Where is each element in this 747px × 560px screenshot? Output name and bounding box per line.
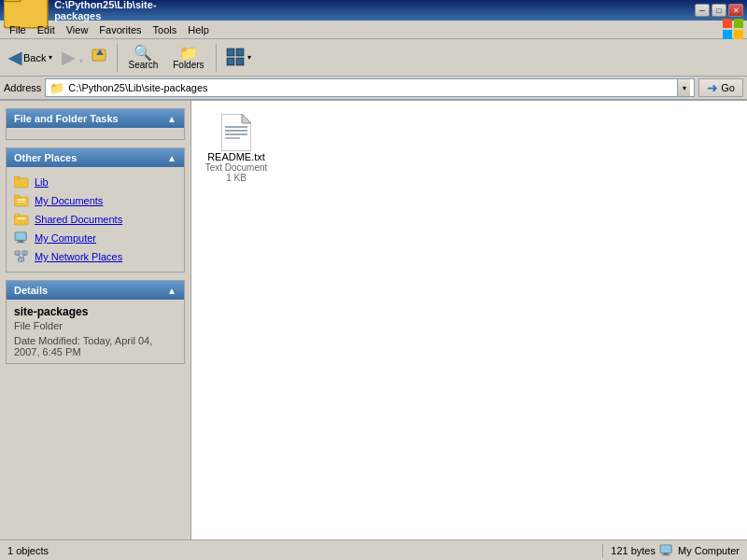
svg-marker-31 — [242, 114, 251, 123]
title-buttons: ─ □ ✕ — [695, 4, 743, 17]
back-arrow-icon: ◀ — [8, 48, 21, 68]
sidebar-item-my-network-places[interactable]: My Network Places — [10, 247, 180, 266]
menu-view[interactable]: View — [61, 22, 94, 37]
svg-rect-10 — [227, 58, 234, 65]
folders-icon: 📁 — [179, 46, 198, 61]
file-type-readme: Text Document — [205, 162, 268, 173]
other-places-content: Lib My Documents — [7, 167, 184, 272]
go-label: Go — [721, 82, 735, 93]
details-panel: Details ▲ site-packages File Folder Date… — [6, 280, 185, 364]
forward-button[interactable]: ▶ ▾ — [59, 44, 85, 72]
title-bar: C:\Python25\Lib\site-packages ─ □ ✕ — [0, 0, 747, 21]
menu-help[interactable]: Help — [182, 22, 215, 37]
sidebar-item-lib[interactable]: Lib — [10, 173, 180, 191]
details-collapse-icon[interactable]: ▲ — [167, 286, 176, 296]
file-item-readme[interactable]: README.txt Text Document 1 KB — [199, 108, 274, 189]
svg-rect-24 — [17, 242, 25, 243]
svg-rect-18 — [14, 216, 28, 225]
search-button[interactable]: 🔍 Search — [122, 43, 165, 73]
main-area: File and Folder Tasks ▲ Other Places ▲ L… — [0, 101, 747, 539]
svg-rect-25 — [15, 251, 20, 255]
status-bar: 1 objects 121 bytes My Computer — [0, 539, 747, 560]
my-network-places-label: My Network Places — [35, 251, 122, 262]
other-places-header[interactable]: Other Places ▲ — [7, 148, 184, 167]
sidebar-item-my-computer[interactable]: My Computer — [10, 229, 180, 247]
winxp-logo — [723, 19, 743, 39]
svg-rect-19 — [14, 214, 20, 217]
svg-rect-40 — [662, 545, 670, 551]
back-dropdown-icon[interactable]: ▾ — [49, 53, 52, 62]
my-computer-label: My Computer — [35, 232, 96, 244]
svg-rect-5 — [734, 30, 743, 39]
my-computer-icon — [14, 231, 29, 245]
view-button[interactable]: ▾ — [221, 44, 256, 72]
lib-folder-icon — [14, 175, 29, 189]
other-places-panel: Other Places ▲ Lib — [6, 147, 185, 273]
details-content: site-packages File Folder Date Modified:… — [7, 300, 184, 363]
svg-rect-3 — [734, 19, 743, 28]
file-area: README.txt Text Document 1 KB — [191, 101, 747, 539]
svg-rect-20 — [17, 217, 25, 219]
back-button[interactable]: ◀ Back ▾ — [4, 44, 57, 72]
svg-rect-13 — [14, 176, 20, 179]
menu-file[interactable]: File — [4, 22, 32, 37]
address-combo[interactable]: 📁 ▾ — [45, 78, 695, 97]
menu-bar: File Edit View Favorites Tools Help — [0, 21, 747, 39]
back-label: Back — [23, 52, 46, 63]
forward-dropdown-icon[interactable]: ▾ — [79, 57, 83, 65]
address-input[interactable] — [68, 82, 673, 93]
sidebar-item-shared-documents[interactable]: Shared Documents — [10, 210, 180, 229]
menu-edit[interactable]: Edit — [32, 22, 61, 37]
svg-rect-42 — [662, 554, 670, 555]
file-folder-tasks-header[interactable]: File and Folder Tasks ▲ — [7, 109, 184, 128]
up-button[interactable] — [88, 44, 112, 72]
other-places-collapse-icon[interactable]: ▲ — [167, 153, 176, 163]
file-folder-tasks-panel: File and Folder Tasks ▲ — [6, 108, 185, 140]
svg-rect-15 — [14, 195, 20, 198]
status-location: My Computer — [678, 545, 740, 556]
status-right: 121 bytes My Computer — [602, 544, 743, 557]
go-arrow-icon: ➜ — [707, 80, 718, 95]
search-icon: 🔍 — [134, 46, 152, 61]
address-folder-icon: 📁 — [49, 81, 64, 95]
svg-rect-41 — [663, 553, 668, 554]
svg-rect-23 — [19, 241, 23, 243]
svg-rect-1 — [4, 0, 21, 2]
folders-label: Folders — [173, 61, 204, 70]
svg-rect-8 — [227, 49, 234, 56]
view-dropdown-icon[interactable]: ▾ — [247, 53, 251, 62]
details-type: File Folder — [14, 320, 176, 331]
svg-rect-27 — [19, 258, 24, 261]
other-places-title: Other Places — [14, 152, 77, 163]
readme-file-icon — [221, 114, 251, 151]
shared-documents-label: Shared Documents — [35, 214, 122, 225]
sidebar-item-my-documents[interactable]: My Documents — [10, 191, 180, 210]
my-documents-label: My Documents — [35, 195, 103, 206]
details-title: Details — [14, 285, 48, 296]
details-header[interactable]: Details ▲ — [7, 281, 184, 300]
svg-rect-16 — [17, 199, 25, 201]
address-bar: Address 📁 ▾ ➜ Go — [0, 77, 747, 101]
close-button[interactable]: ✕ — [728, 4, 743, 17]
svg-rect-12 — [14, 178, 28, 188]
file-folder-tasks-content — [7, 128, 184, 139]
minimize-button[interactable]: ─ — [695, 4, 710, 17]
address-label: Address — [4, 82, 41, 93]
file-folder-tasks-title: File and Folder Tasks — [14, 113, 119, 124]
file-size-readme: 1 KB — [226, 173, 247, 183]
forward-arrow-icon: ▶ — [62, 49, 75, 67]
toolbar-sep-1 — [117, 44, 118, 72]
go-button[interactable]: ➜ Go — [698, 78, 743, 97]
folders-button[interactable]: 📁 Folders — [166, 43, 210, 73]
file-folder-tasks-collapse-icon[interactable]: ▲ — [167, 114, 176, 124]
lib-label: Lib — [35, 176, 49, 188]
svg-rect-4 — [723, 30, 732, 39]
svg-rect-26 — [22, 251, 27, 255]
address-dropdown-button[interactable]: ▾ — [677, 79, 690, 96]
status-objects: 1 objects — [4, 545, 602, 556]
svg-rect-2 — [723, 19, 732, 28]
menu-tools[interactable]: Tools — [148, 22, 183, 37]
sidebar: File and Folder Tasks ▲ Other Places ▲ L… — [0, 101, 191, 539]
menu-favorites[interactable]: Favorites — [93, 22, 147, 37]
maximize-button[interactable]: □ — [712, 4, 726, 17]
